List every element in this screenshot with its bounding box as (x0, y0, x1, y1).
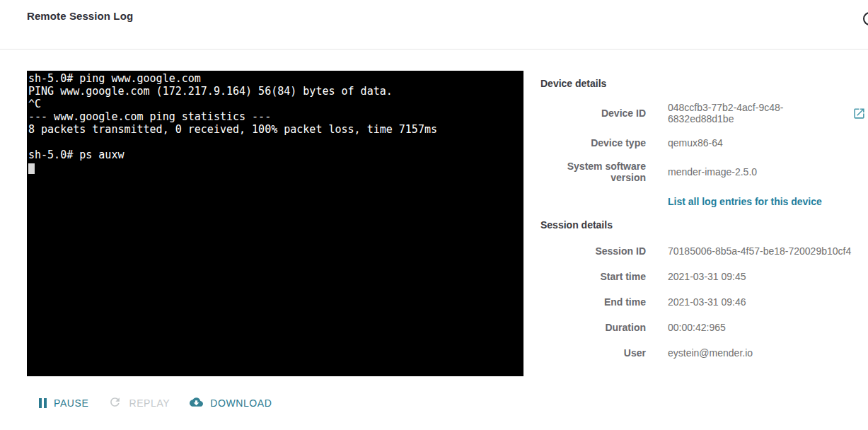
terminal-cursor (28, 163, 35, 174)
detail-label: User (540, 347, 646, 359)
detail-value: qemux86-64 (668, 137, 866, 149)
terminal-output[interactable]: sh-5.0# ping www.google.com PING www.goo… (27, 71, 523, 174)
detail-label: Start time (540, 271, 646, 282)
launch-icon[interactable] (852, 107, 866, 120)
pause-button[interactable]: PAUSE (39, 397, 88, 409)
device-details-rows: Device ID 048ccfb3-77b2-4acf-9c48-6832ed… (540, 102, 866, 183)
detail-label: End time (540, 296, 646, 308)
detail-row: Session ID 70185006-8b5a-4f57-be18-72002… (540, 243, 866, 258)
replay-button[interactable]: REPLAY (108, 395, 170, 411)
terminal-panel[interactable]: sh-5.0# ping www.google.com PING www.goo… (27, 71, 523, 376)
download-button-label: DOWNLOAD (210, 397, 272, 409)
details-panel: Device details Device ID 048ccfb3-77b2-4… (540, 73, 866, 371)
device-details-heading: Device details (540, 78, 866, 90)
session-details-heading: Session details (540, 219, 866, 231)
detail-row: User eystein@mender.io (540, 345, 866, 360)
detail-value: eystein@mender.io (668, 347, 866, 359)
detail-value: 048ccfb3-77b2-4acf-9c48-6832ed88d1be (668, 102, 866, 124)
replay-icon (108, 395, 122, 411)
session-controls: PAUSE REPLAY DOWNLOAD (39, 395, 272, 411)
detail-value-text: 048ccfb3-77b2-4acf-9c48-6832ed88d1be (668, 102, 842, 124)
cloud-download-icon (190, 395, 203, 411)
session-details-rows: Session ID 70185006-8b5a-4f57-be18-72002… (540, 243, 866, 360)
detail-value-text: 2021-03-31 09:45 (668, 271, 746, 282)
header-divider (0, 49, 868, 50)
detail-label: System software version (540, 161, 646, 183)
detail-row: Duration 00:00:42:965 (540, 320, 866, 335)
detail-label: Device type (540, 137, 646, 149)
pause-button-label: PAUSE (54, 397, 88, 409)
pause-icon (39, 398, 47, 408)
download-button[interactable]: DOWNLOAD (190, 395, 272, 411)
detail-value-text: mender-image-2.5.0 (668, 166, 757, 178)
detail-row-link: List all log entries for this device (540, 194, 866, 209)
detail-value-text: qemux86-64 (668, 137, 723, 149)
detail-row: Device ID 048ccfb3-77b2-4acf-9c48-6832ed… (540, 102, 866, 124)
close-icon[interactable] (863, 12, 868, 25)
detail-value: 2021-03-31 09:46 (668, 296, 866, 308)
replay-button-label: REPLAY (129, 397, 170, 409)
detail-row: End time 2021-03-31 09:46 (540, 294, 866, 309)
detail-row: Start time 2021-03-31 09:45 (540, 269, 866, 284)
detail-value: 2021-03-31 09:45 (668, 271, 866, 282)
detail-label: Duration (540, 322, 646, 333)
detail-value-text: eystein@mender.io (668, 347, 753, 359)
detail-label: Device ID (540, 108, 646, 119)
detail-value-text: 2021-03-31 09:46 (668, 296, 746, 308)
detail-value: 70185006-8b5a-4f57-be18-720029b10cf4 (668, 245, 866, 257)
detail-value-text: 70185006-8b5a-4f57-be18-720029b10cf4 (668, 245, 851, 257)
list-log-entries-link[interactable]: List all log entries for this device (668, 196, 822, 207)
detail-value: 00:00:42:965 (668, 322, 866, 333)
detail-row: System software version mender-image-2.5… (540, 161, 866, 183)
detail-value-text: 00:00:42:965 (668, 322, 726, 333)
detail-value: mender-image-2.5.0 (668, 166, 866, 178)
detail-label: Session ID (540, 245, 646, 257)
detail-row: Device type qemux86-64 (540, 135, 866, 150)
page-title: Remote Session Log (27, 10, 133, 22)
